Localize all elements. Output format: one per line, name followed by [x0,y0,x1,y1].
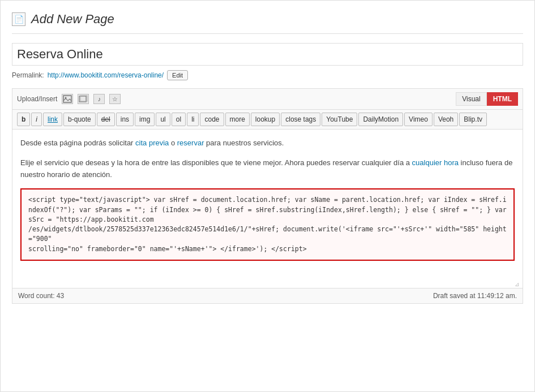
permalink-label: Permalink: [12,71,44,79]
img-button[interactable]: img [135,113,155,126]
permalink-link[interactable]: http://www.bookitit.com/reserva-online/ [48,71,164,79]
vimeo-button[interactable]: Vimeo [404,113,433,126]
li-button[interactable]: li [187,113,199,126]
page-wrapper: 📄 Add New Page Permalink: http://www.boo… [0,0,535,392]
audio-icon[interactable]: ♪ [93,94,105,104]
editor-container: Upload/Insert ♪ ☆ Visual HTML b i link b… [12,88,523,304]
content-paragraph-2: Elije el servicio que deseas y la hora d… [20,157,515,181]
draft-saved-status: Draft saved at 11:49:12 am. [433,292,517,300]
word-count: Word count: 43 [18,292,64,300]
close-tags-button[interactable]: close tags [281,113,320,126]
permalink-row: Permalink: http://www.bookitit.com/reser… [12,70,523,80]
page-title-area: 📄 Add New Page [12,12,523,34]
bliptv-button[interactable]: Blip.tv [459,113,487,126]
bold-button[interactable]: b [17,113,30,126]
upload-insert-label: Upload/Insert [17,95,57,103]
page-title-input[interactable] [12,43,523,66]
lookup-button[interactable]: lookup [251,113,280,126]
page-icon: 📄 [12,12,25,26]
bquote-button[interactable]: b-quote [63,113,96,126]
resize-handle[interactable]: ⊿ [515,280,520,286]
ul-button[interactable]: ul [156,113,170,126]
gallery-icon[interactable] [78,94,89,104]
youtube-button[interactable]: YouTube [322,113,357,126]
word-count-value: 43 [57,292,64,300]
veoh-button[interactable]: Veoh [434,113,458,126]
visual-tab[interactable]: Visual [456,92,486,106]
script-code-block: <script type="text/javascript"> var sHre… [20,188,515,261]
link-button[interactable]: link [43,113,62,126]
ol-button[interactable]: ol [172,113,186,126]
editor-footer: Word count: 43 Draft saved at 11:49:12 a… [12,288,523,303]
video-icon[interactable]: ☆ [109,94,121,104]
permalink-edit-button[interactable]: Edit [167,70,188,80]
image-icon[interactable] [62,94,73,104]
editor-format-bar: b i link b-quote del ins img ul ol li co… [12,110,523,130]
content-paragraph-1: Desde esta página podrás solicitar cita … [20,137,515,149]
svg-rect-0 [63,96,71,102]
editor-content-area[interactable]: Desde esta página podrás solicitar cita … [12,130,523,288]
cualquier-hora-link[interactable]: cualquier hora [412,158,459,167]
dailymotion-button[interactable]: DailyMotion [358,113,403,126]
code-button[interactable]: code [200,113,224,126]
more-button[interactable]: more [225,113,250,126]
page-heading: Add New Page [31,12,114,27]
view-tabs: Visual HTML [456,92,518,106]
reservar-link[interactable]: reservar [177,139,204,147]
cita-previa-link[interactable]: cita previa [135,139,169,147]
del-button[interactable]: del [97,113,115,126]
html-tab[interactable]: HTML [487,92,518,106]
upload-insert-area: Upload/Insert ♪ ☆ [17,94,121,104]
italic-button[interactable]: i [31,113,42,126]
word-count-label: Word count: [18,292,54,300]
ins-button[interactable]: ins [116,113,134,126]
editor-toolbar-top: Upload/Insert ♪ ☆ Visual HTML [12,89,523,110]
